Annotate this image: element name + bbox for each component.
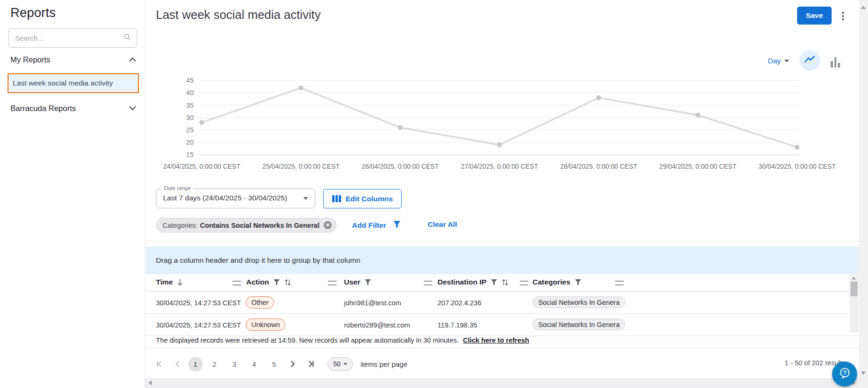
filter-funnel-icon[interactable]	[364, 279, 371, 285]
refresh-link[interactable]: Click here to refresh	[463, 336, 529, 344]
chevron-down-icon	[129, 104, 136, 112]
table-vertical-scrollbar[interactable]	[850, 275, 859, 332]
sort-toggle-icon[interactable]	[502, 279, 508, 286]
filter-chip-categories[interactable]: Categories: Contains Social Networks In …	[156, 218, 336, 233]
svg-text:40: 40	[186, 89, 194, 96]
caret-down-icon	[784, 60, 789, 62]
interval-dropdown[interactable]: Day	[768, 57, 789, 65]
scroll-up-icon[interactable]	[852, 277, 856, 280]
add-filter-button[interactable]: Add Filter	[352, 220, 401, 230]
line-chart-icon	[804, 55, 816, 66]
column-header-destination-ip[interactable]: Destination IP	[438, 278, 508, 286]
sidebar-item-last-week-social-media-activity[interactable]: Last week social media activity	[8, 73, 139, 93]
svg-text:27/04/2025, 0:00:00 CEST: 27/04/2025, 0:00:00 CEST	[461, 163, 538, 170]
caret-down-icon	[303, 197, 308, 200]
svg-text:35: 35	[186, 102, 194, 109]
report-search[interactable]	[9, 28, 137, 48]
items-per-page-dropdown[interactable]: 50	[327, 357, 353, 371]
column-header-user[interactable]: User	[344, 278, 371, 286]
sidebar-section-my-reports[interactable]: My Reports	[10, 53, 136, 66]
svg-text:26/04/2025, 0:00:00 CEST: 26/04/2025, 0:00:00 CEST	[361, 163, 439, 170]
svg-text:25/04/2025, 0:00:00 CEST: 25/04/2025, 0:00:00 CEST	[262, 163, 340, 170]
window-vertical-scrollbar[interactable]	[859, 0, 868, 388]
cell-user: john981@test.com	[344, 299, 401, 307]
save-button[interactable]: Save	[797, 7, 832, 25]
clear-all-filters-button[interactable]: Clear All	[428, 220, 457, 229]
column-header-categories[interactable]: Categories	[533, 278, 582, 286]
column-resize-handle[interactable]	[232, 281, 241, 285]
help-button[interactable]: ?	[832, 362, 857, 387]
sidebar-section-barracuda-reports[interactable]: Barracuda Reports	[10, 102, 136, 114]
table-row[interactable]: 30/04/2025, 14:27:53 CEST Other john981@…	[146, 292, 859, 314]
date-range-label: Date range	[162, 185, 193, 191]
column-header-action[interactable]: Action	[246, 278, 291, 286]
date-range-dropdown[interactable]: Date range Last 7 days (24/04/2025 - 30/…	[156, 189, 315, 208]
page-button-2[interactable]: 2	[206, 357, 223, 371]
svg-text:25: 25	[186, 126, 194, 134]
last-page-button[interactable]	[304, 357, 318, 371]
filter-funnel-icon	[393, 220, 401, 230]
reports-sidebar: Reports My Reports Last week social medi…	[0, 0, 145, 388]
first-page-button[interactable]	[152, 357, 166, 371]
cell-time: 30/04/2025, 14:27:53 CEST	[156, 299, 241, 307]
filter-chip-field: Categories:	[163, 222, 198, 229]
group-by-hint: Drag a column header and drop it here to…	[156, 256, 361, 265]
scroll-down-icon[interactable]	[861, 371, 866, 375]
category-badge: Social Networks In Genera	[533, 296, 625, 308]
chevron-up-icon	[129, 55, 136, 64]
scroll-left-icon[interactable]	[148, 380, 152, 385]
records-status-bar: The displayed records were retrieved at …	[146, 332, 859, 348]
line-chart-toggle[interactable]	[799, 50, 820, 71]
bar-chart-toggle[interactable]	[828, 54, 842, 68]
group-by-dropzone[interactable]: Drag a column header and drop it here to…	[146, 247, 859, 274]
cell-destination-ip: 119.7.198.35	[438, 321, 477, 329]
page-button-3[interactable]: 3	[226, 357, 242, 371]
page-button-5[interactable]: 5	[266, 357, 282, 371]
per-page-value: 50	[333, 360, 341, 368]
search-input[interactable]	[9, 34, 124, 42]
page-button-1[interactable]: 1	[188, 357, 203, 371]
sort-descending-icon[interactable]	[177, 279, 183, 286]
status-message: The displayed records were retrieved at …	[156, 336, 459, 344]
column-label-time: Time	[156, 278, 173, 286]
previous-page-button[interactable]	[170, 357, 184, 371]
page-title: Last week social media activity	[156, 8, 321, 22]
svg-text:30/04/2025, 0:00:00 CEST: 30/04/2025, 0:00:00 CEST	[758, 163, 836, 170]
next-page-button[interactable]	[286, 357, 300, 371]
caret-down-icon	[344, 363, 347, 365]
column-resize-handle[interactable]	[328, 281, 336, 285]
column-label-categories: Categories	[533, 278, 570, 286]
remove-filter-icon[interactable]: ✕	[324, 221, 332, 229]
scroll-up-icon[interactable]	[861, 6, 866, 9]
edit-columns-label: Edit Columns	[346, 195, 393, 203]
help-icon: ?	[838, 366, 852, 382]
activity-chart-svg: 1520253035404524/04/2025, 0:00:00 CEST25…	[156, 72, 851, 186]
column-header-time[interactable]: Time	[156, 278, 183, 286]
filter-funnel-icon[interactable]	[490, 279, 498, 285]
filter-funnel-icon[interactable]	[273, 279, 280, 285]
page-button-4[interactable]: 4	[246, 357, 262, 371]
selected-report-label: Last week social media activity	[13, 79, 113, 87]
cell-destination-ip: 207.202.4.236	[438, 299, 481, 307]
more-options-menu-icon[interactable]	[837, 9, 849, 23]
svg-text:15: 15	[186, 151, 194, 158]
column-resize-handle[interactable]	[424, 281, 432, 285]
edit-columns-button[interactable]: Edit Columns	[323, 189, 402, 208]
date-range-value: Last 7 days (24/04/2025 - 30/04/2025)	[163, 194, 287, 202]
svg-text:20: 20	[186, 138, 194, 146]
pagination: 1 2 3 4 5 50 items per page	[152, 355, 407, 372]
column-label-destination-ip: Destination IP	[438, 278, 486, 286]
horizontal-scrollbar[interactable]	[145, 378, 859, 388]
interval-value: Day	[768, 57, 781, 65]
columns-icon	[332, 195, 341, 202]
cell-time: 30/04/2025, 14:27:53 CEST	[156, 321, 241, 329]
column-resize-handle[interactable]	[615, 281, 624, 285]
filter-funnel-icon[interactable]	[575, 279, 582, 285]
filter-chip-value: Contains Social Networks In General	[200, 222, 319, 229]
column-resize-handle[interactable]	[520, 281, 528, 285]
add-filter-label: Add Filter	[352, 221, 386, 230]
scrollbar-thumb[interactable]	[851, 282, 858, 296]
action-badge: Other	[246, 296, 274, 309]
sort-toggle-icon[interactable]	[284, 279, 291, 286]
svg-text:24/04/2025, 0:00:00 CEST: 24/04/2025, 0:00:00 CEST	[163, 163, 241, 170]
